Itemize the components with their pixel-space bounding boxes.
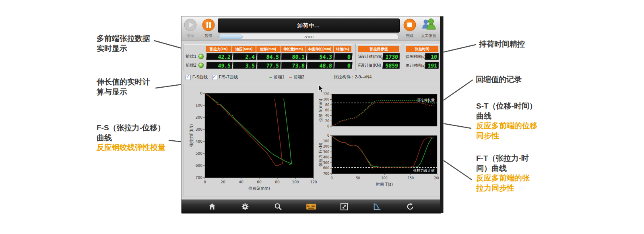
annotation-highlight-text: 拉力同步性: [476, 183, 530, 193]
svg-text:40: 40: [239, 180, 244, 184]
svg-text:80: 80: [275, 180, 280, 184]
svg-text:700: 700: [196, 176, 202, 180]
annotation-st-curve: S-T（位移-时间） 曲线 反应多前端的位移 同步性: [476, 101, 537, 141]
annotation-ft-curve: F-T（张拉力-时 间）曲线 反应多前端的张 拉力同步性: [476, 154, 530, 193]
svg-text:40: 40: [325, 114, 329, 117]
col-header-speed: 转速(%): [334, 46, 351, 52]
s-design-label: S设计值(mm): [358, 53, 382, 60]
play-icon: [184, 18, 197, 32]
nav-fullscreen-button[interactable]: [337, 201, 351, 212]
manual-tension-label: 人工张拉: [418, 33, 440, 39]
svg-text:0: 0: [330, 177, 332, 180]
svg-text:500: 500: [323, 161, 329, 165]
svg-text:张拉力F(kN): 张拉力F(kN): [189, 124, 194, 147]
svg-text:100: 100: [292, 180, 299, 184]
checkbox-fs-curve[interactable]: F-S曲线: [186, 74, 208, 80]
pause-button[interactable]: 暂停: [200, 18, 217, 39]
front1-stage-elongation-value: 54.3: [307, 53, 334, 60]
annotation-text: 曲线: [476, 111, 537, 121]
data-column-headers: 张拉力(kN) 油压(MPa) 位移(mm) 伸长量(mm) 本级伸长(mm) …: [206, 46, 351, 52]
top-toolbar: 继续 暂停 卸荷中... 7/100 完成: [182, 16, 441, 41]
svg-text:100: 100: [381, 177, 387, 180]
svg-text:0: 0: [327, 134, 329, 138]
front1-speed-value: 0: [334, 53, 352, 60]
front1-label: 前端1: [186, 53, 198, 60]
svg-text:50: 50: [356, 177, 360, 180]
continue-button[interactable]: 继续: [182, 18, 199, 39]
front2-displacement-value: 77.5: [257, 62, 281, 69]
annotation-realtime-data: 多前端张拉数据 实时显示: [97, 34, 150, 53]
annotation-hold-time: 持荷时间精控: [479, 39, 525, 49]
col-header-elongation: 伸长量(mm): [281, 46, 305, 52]
annotation-text: 实时显示: [97, 44, 150, 54]
front2-label: 前端2: [186, 62, 198, 69]
legend-front2-marker: –: [289, 74, 292, 80]
pause-label: 暂停: [200, 33, 217, 39]
annotation-text: 持荷时间精控: [479, 39, 525, 49]
annotation-highlight-text: 反应多前端的张: [476, 173, 530, 183]
manual-tension-button[interactable]: 人工张拉: [418, 18, 440, 39]
svg-text:0: 0: [200, 91, 202, 95]
nav-search-button[interactable]: [271, 201, 285, 212]
svg-text:60: 60: [257, 180, 262, 184]
svg-text:理论伸长量: 理论伸长量: [417, 98, 435, 102]
front1-status-led: [198, 54, 204, 59]
nav-keyboard-button[interactable]: [304, 201, 318, 212]
charts-panel: 0100200300400500600700020406080100120张拉力…: [184, 84, 441, 197]
stop-icon: [403, 18, 417, 32]
options-row: F-S曲线 F/S-T曲线 – 前端1 – 前端2 张拉构件：2-9-->N4: [182, 74, 441, 82]
svg-text:60: 60: [325, 109, 329, 112]
svg-text:400: 400: [196, 140, 202, 144]
expand-icon: [340, 202, 349, 211]
annotation-text: F-T（张拉力-时: [476, 154, 530, 164]
svg-text:100: 100: [323, 98, 329, 101]
checkbox-fs-curve-label: F-S曲线: [192, 74, 208, 80]
nav-curve-button[interactable]: [370, 201, 384, 212]
finish-button[interactable]: 完成: [401, 18, 419, 39]
col-header-stage-elongation: 本级伸长(mm): [306, 46, 333, 52]
nav-home-button[interactable]: [205, 201, 219, 212]
svg-text:位移 S(mm): 位移 S(mm): [318, 99, 323, 122]
curve-icon: [373, 202, 382, 211]
svg-text:120: 120: [323, 92, 329, 96]
target-panel-title: 张拉目标值: [358, 46, 399, 52]
svg-text:20: 20: [325, 119, 329, 123]
annotation-text: 回缩值的记录: [476, 75, 522, 85]
nav-settings-button[interactable]: [238, 201, 252, 212]
finish-label: 完成: [401, 33, 419, 39]
annotation-text: 算与显示: [97, 87, 150, 97]
home-icon: [208, 202, 217, 211]
annotation-elongation-calc: 伸长值的实时计 算与显示: [97, 77, 150, 97]
live-data-panel: 张拉力(kN) 油压(MPa) 位移(mm) 伸长量(mm) 本级伸长(mm) …: [184, 44, 354, 71]
tension-target-panel: 张拉目标值 S设计值(mm) 1730 F设计值(KN) 5859: [355, 44, 402, 71]
connector-line: [442, 80, 473, 101]
people-icon: [421, 18, 437, 32]
svg-text:200: 200: [196, 115, 202, 119]
col-header-pressure: 油压(MPa): [232, 46, 256, 52]
screenshot-root: { "window": { "toolbar": { "status_text"…: [0, 0, 644, 234]
svg-text:80: 80: [325, 103, 329, 107]
nav-refresh-button[interactable]: [403, 201, 417, 212]
progress-bar: 7/100: [219, 34, 399, 40]
gear-icon: [241, 202, 250, 211]
svg-text:120: 120: [310, 180, 317, 184]
mouse-cursor: [318, 85, 325, 93]
svg-text:200: 200: [323, 145, 329, 148]
refresh-icon: [406, 202, 415, 211]
svg-text:700: 700: [323, 172, 329, 176]
front2-speed-value: 0: [334, 62, 352, 69]
tension-component-label: 张拉构件：2-9-->N4: [334, 74, 372, 80]
annotation-highlight-text: 反应多前端的位移: [476, 121, 537, 131]
checkbox-checked-icon: [212, 75, 217, 80]
data-row-front2: 前端2 49.5 3.5 77.5 73.8 48.8 0: [186, 62, 352, 69]
status-display: 卸荷中...: [218, 18, 400, 33]
front1-elongation-value: 80.1: [281, 53, 306, 60]
svg-text:400: 400: [323, 156, 329, 159]
front1-force-value: 42.2: [206, 53, 232, 60]
legend-front1-label: 前端1: [274, 74, 285, 80]
annotation-text: 间）曲线: [476, 164, 530, 174]
checkbox-fst-curve[interactable]: F/S-T曲线: [212, 74, 238, 80]
data-row-front1: 前端1 42.2 2.4 84.5 80.1 54.3 0: [186, 53, 352, 60]
st-curve-chart: 020406080100120理论伸长量位移 S(mm): [318, 91, 439, 131]
pause-icon: [202, 18, 215, 32]
